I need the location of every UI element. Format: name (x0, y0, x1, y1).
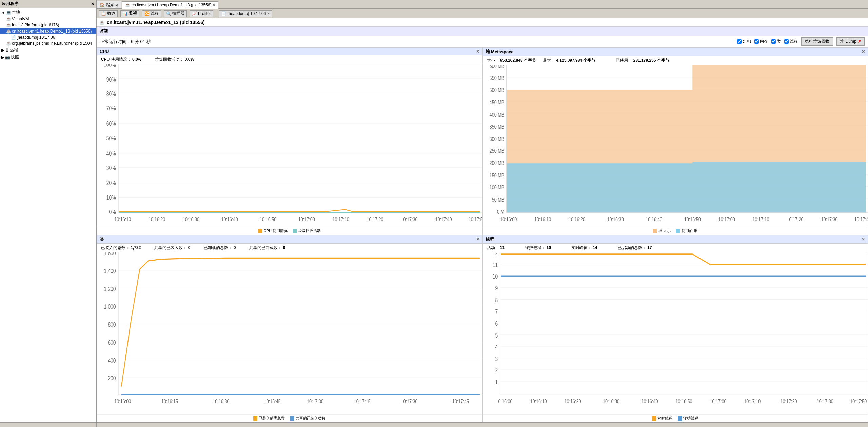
svg-text:10:17:20: 10:17:20 (367, 216, 383, 222)
svg-text:10:16:30: 10:16:30 (607, 216, 624, 222)
sidebar-close-icon[interactable]: ✕ (91, 2, 94, 6)
class-chart-panel: 类 ✕ 已装入的总数： 1,722 共享的已装入数： 0 已卸 (97, 235, 482, 422)
class-total-legend: 已装入的类总数 (253, 416, 285, 421)
svg-text:3: 3 (495, 355, 498, 362)
section-label: 监视 (99, 28, 108, 34)
gc-button[interactable]: 执行垃圾回收 (801, 37, 833, 46)
svg-text:1,200: 1,200 (104, 285, 116, 292)
toolbar-heapdump-btn[interactable]: 📄 [heapdump] 10:17:06 ✕ (219, 10, 272, 17)
sidebar-title: 应用程序 (2, 1, 18, 7)
toolbar-overview-btn[interactable]: 📋 概述 (99, 10, 118, 17)
memory-checkbox[interactable] (754, 39, 759, 44)
toolbar-profiler-btn[interactable]: 📈 Profiler (190, 10, 213, 17)
sidebar-scrollbar[interactable] (0, 423, 96, 427)
svg-text:10:17:40: 10:17:40 (854, 216, 868, 222)
cpu-chart-body: 100% 90% 80% 70% 60% 50% 40% 30% 20% 10%… (97, 64, 482, 227)
svg-text:1: 1 (495, 379, 498, 385)
thread-daemon-legend: 守护线程 (678, 416, 698, 421)
svg-text:10:16:10: 10:16:10 (114, 216, 131, 222)
svg-text:10:16:50: 10:16:50 (675, 398, 692, 404)
thread-chart-header: 线程 ✕ (483, 235, 868, 244)
cpu-chart-header: CPU ✕ (97, 48, 482, 55)
svg-text:10:16:30: 10:16:30 (213, 398, 229, 404)
local-icon: 💻 (6, 10, 11, 15)
process-name: cn.itcast.jvm.t1.heap.Demo1_13 (pid 1355… (107, 20, 205, 25)
heap-dump-label: 堆 Dump (840, 39, 856, 44)
checkbox-cpu[interactable]: CPU (737, 39, 751, 44)
cpu-chart-close[interactable]: ✕ (476, 49, 479, 54)
red-arrow-icon: ↗ (857, 39, 861, 44)
svg-text:200: 200 (108, 375, 116, 382)
svg-text:10:16:40: 10:16:40 (646, 216, 662, 222)
toolbar-monitor-btn[interactable]: 📊 监视 (120, 10, 139, 17)
heap-chart-title: 堆 Metaspace (486, 49, 514, 55)
sidebar-item-snapshot[interactable]: ▶ 📷 快照 (0, 54, 96, 61)
heapdump-close-icon[interactable]: ✕ (267, 12, 270, 15)
heap-chart-stats: 大小： 653,262,848 个字节 最大： 4,125,097,984 个字… (483, 56, 868, 65)
checkbox-memory[interactable]: 内存 (754, 39, 768, 44)
svg-text:10:16:00: 10:16:00 (114, 398, 131, 404)
svg-text:600 MB: 600 MB (489, 65, 504, 69)
top-bar: 正常运行时间：6 分 01 秒 CPU 内存 类 (97, 36, 868, 47)
gc-legend-item: 垃圾回收活动 (293, 228, 321, 233)
sidebar-item-visualvm[interactable]: ☕ VisualVM (0, 16, 96, 22)
sidebar-item-label: cn.itcast.jvm.t1.heap.Demo1_13 (pid 1355… (12, 29, 92, 34)
tab-label: 起始页 (106, 2, 118, 8)
thread-chart-close[interactable]: ✕ (862, 237, 865, 242)
tab-icon: ☕ (125, 3, 130, 7)
sidebar-tree: ▼ 💻 本地 ☕ VisualVM ☕ IntelliJ Platform (p… (0, 8, 96, 422)
thread-checkbox[interactable] (784, 39, 789, 44)
sidebar-item-label: VisualVM (12, 17, 29, 21)
checkbox-class[interactable]: 类 (771, 39, 781, 44)
checkbox-thread[interactable]: 线程 (784, 39, 798, 44)
svg-text:150 MB: 150 MB (489, 172, 504, 178)
class-unloaded-stat: 已卸载的总数： 0 (204, 245, 236, 251)
sidebar-item-org[interactable]: ☕ org.jetbrains.jps.cmdline.Launcher (pi… (0, 40, 96, 46)
class-total-legend-label: 已装入的类总数 (259, 416, 285, 421)
toolbar-sampler-btn[interactable]: 🔍 抽样器 (164, 10, 187, 17)
sidebar-item-demo13[interactable]: ☕ cn.itcast.jvm.t1.heap.Demo1_13 (pid 13… (0, 28, 96, 34)
class-checkbox[interactable] (771, 39, 776, 44)
cpu-legend-color (258, 229, 262, 233)
profiler-icon: 📈 (192, 11, 197, 16)
svg-text:10:16:10: 10:16:10 (534, 216, 551, 222)
svg-text:10%: 10% (106, 194, 116, 201)
tab-close-icon[interactable]: ✕ (213, 3, 215, 7)
heap-used-legend-color (676, 229, 680, 233)
toolbar-threads-btn[interactable]: 🔀 线程 (142, 10, 161, 17)
sidebar-item-label: [heapdump] 10:17:06 (17, 35, 55, 40)
toolbar-btn-label: 线程 (151, 11, 159, 16)
sidebar-item-heapdump[interactable]: 📄 [heapdump] 10:17:06 (0, 34, 96, 40)
class-shared-legend: 共享的已装入类数 (290, 416, 326, 421)
gc-legend-color (293, 229, 297, 233)
svg-text:10:16:20: 10:16:20 (149, 216, 165, 222)
tab-icon: 🏠 (100, 3, 105, 7)
svg-text:200 MB: 200 MB (489, 160, 504, 166)
svg-text:10:16:50: 10:16:50 (684, 216, 701, 222)
svg-text:10:17:30: 10:17:30 (821, 216, 837, 222)
cpu-legend-item: CPU 使用情况 (258, 228, 288, 233)
svg-text:10:16:45: 10:16:45 (264, 398, 281, 404)
bottom-scrollbar[interactable] (97, 422, 868, 427)
cpu-checkbox[interactable] (737, 39, 742, 44)
cpu-label: CPU (743, 39, 751, 44)
class-chart-close[interactable]: ✕ (476, 237, 479, 242)
heap-chart-header: 堆 Metaspace ✕ (483, 48, 868, 56)
process-icon: ☕ (99, 20, 105, 25)
heap-dump-button[interactable]: 堆 Dump ↗ (836, 37, 865, 46)
sidebar-item-remote[interactable]: ▶ 🖥 远程 (0, 46, 96, 54)
heap-size-stat: 大小： 653,262,848 个字节 最大： 4,125,097,984 个字… (487, 58, 596, 63)
svg-text:1,600: 1,600 (104, 252, 116, 257)
svg-text:400 MB: 400 MB (489, 111, 504, 118)
sidebar-item-local[interactable]: ▼ 💻 本地 (0, 9, 96, 16)
snapshot-icon: 📷 (5, 55, 10, 60)
heap-chart-close[interactable]: ✕ (862, 49, 865, 54)
sidebar-item-intellij[interactable]: ☕ IntelliJ Platform (pid 6176) (0, 22, 96, 28)
toolbar-btn-label: Profiler (198, 11, 211, 16)
tab-main[interactable]: ☕ cn.itcast.jvm.t1.heap.Demo1_13 (pid 13… (122, 1, 218, 9)
tab-start[interactable]: 🏠 起始页 (97, 1, 121, 8)
controls-bar: CPU 内存 类 线程 执行垃圾回收 (737, 37, 865, 46)
thread-chart-body: 12 11 10 9 8 7 6 5 4 3 2 1 (483, 252, 868, 414)
toolbar-btn-label: 监视 (129, 11, 137, 16)
svg-text:50%: 50% (106, 135, 116, 142)
